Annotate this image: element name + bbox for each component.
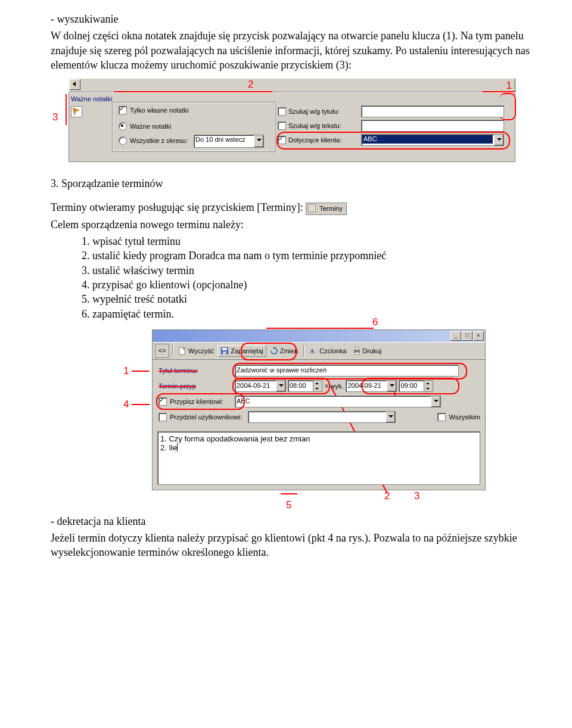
all-notes-label: Wszystkie z okresu: [130,137,188,144]
user-combo[interactable] [248,411,396,423]
by-title-input[interactable] [361,105,504,117]
terminy-button[interactable]: Terminy [306,203,346,215]
svg-text:A: A [310,347,315,354]
time-value: 08:00 [290,382,306,389]
annotation-1: 1 [506,80,512,92]
assign-client-checkbox[interactable] [158,397,167,406]
by-title-checkbox[interactable] [278,107,286,116]
list-item: zapamiętać termin. [92,307,533,321]
chevron-down-icon [254,135,263,147]
date-value: 2004-09-21 [237,382,270,389]
list-item: ustalić właściwy termin [92,263,533,278]
memo-line: 1. Czy forma opodatkowania jest bez zmia… [160,434,310,443]
annotation-6: 6 [372,316,378,328]
period-value: Do 10 dni wstecz [195,136,245,143]
important-notes-radio[interactable]: Ważne notatki [119,122,171,130]
title-input[interactable]: Zadzwonić w sprawie rozliczeń [235,365,459,377]
annotation-line [482,91,515,92]
calendar-icon [308,204,316,212]
radio-icon [119,136,127,145]
line-terminy-2: Celem sporządzenia nowego terminu należy… [51,217,533,232]
date-value: 2004-09-21 [347,382,381,389]
filter-group: Tylko własne notatki Ważne notatki Wszys… [112,102,275,152]
spinner-icon [313,381,322,391]
button-label: Zmień [280,347,299,354]
period-dropdown[interactable]: Do 10 dni wstecz [194,135,264,148]
svg-rect-5 [223,351,226,354]
button-label: Wyczyść [188,347,214,354]
button-label: Terminy [319,205,343,212]
screenshot-terminy-window: 6 1 4 5 2 3 _ □ × <> Wyczyść [152,329,486,490]
minimize-button[interactable]: _ [450,331,461,341]
chevron-down-icon [386,412,395,422]
font-icon: A [309,347,318,355]
new-icon [178,347,186,355]
font-button[interactable]: A Czcionka [307,346,349,356]
text-cursor-icon [177,443,178,452]
scroll-left-button[interactable] [70,79,80,90]
line-terminy-1: Terminy otwieramy posługując się przycis… [51,200,533,214]
print-icon [353,347,361,355]
button-label: Zapamiętaj [231,347,263,354]
refresh-icon [270,347,278,355]
assign-client-label: Przypisz klientowi: [170,398,223,405]
all-users-label: Wszystkim [449,413,480,421]
all-users-checkbox[interactable] [437,413,446,421]
search-icon[interactable] [71,106,82,117]
clear-button[interactable]: Wyczyść [176,346,216,356]
remind-label: Termin przyp [158,382,235,390]
close-button[interactable]: × [473,331,484,341]
maximize-button[interactable]: □ [462,331,472,341]
para-search: W dolnej części okna notatek znajduje si… [51,29,533,72]
annotation-5: 5 [286,499,291,511]
by-text-checkbox[interactable] [278,122,286,130]
annotation-ring-client [276,132,510,150]
own-notes-checkbox[interactable]: Tylko własne notatki [119,106,188,114]
steps-list: wpisać tytuł terminu ustalić kiedy progr… [92,234,533,321]
button-label: Czcionka [319,347,346,354]
section-title: Ważne notatki [71,95,112,102]
assign-user-label: Przydziel użytkownikowi: [170,413,242,421]
svg-rect-9 [355,352,359,354]
chevron-down-icon [431,396,440,407]
toolbar: <> Wyczyść Zapamiętaj Zmień A Czcion [153,342,485,360]
annotation-2: 2 [384,490,390,502]
save-button[interactable]: Zapamiętaj [217,345,266,357]
para-dekretacja: Jeżeli termin dotyczy klienta należy prz… [51,531,533,560]
memo-line: 2. Ile [160,443,177,452]
by-text-input[interactable] [361,120,504,132]
by-text-label: Szukaj w/g tekstu: [288,122,359,129]
own-notes-label: Tylko własne notatki [130,107,188,114]
title-label: Tytuł terminu: [158,367,235,374]
radio-icon [119,122,127,130]
list-item: przypisać go klientowi (opcjonalne) [92,278,533,292]
save-icon [220,347,229,355]
annotation-line [132,404,150,405]
due-date-input[interactable]: 2004-09-21 [346,380,397,392]
button-label: Drukuj [363,347,382,354]
change-button[interactable]: Zmień [268,346,301,356]
print-button[interactable]: Drukuj [350,346,384,356]
nav-prev-next-button[interactable]: <> [155,344,169,358]
annotation-3: 3 [52,111,58,123]
annotation-3: 3 [414,490,419,502]
all-notes-radio[interactable]: Wszystkie z okresu: [119,136,188,145]
annotation-line [266,328,374,329]
heading-terminy: 3. Sporządzanie terminów [51,176,533,191]
due-time-input[interactable]: 09:00 [399,380,433,392]
screenshot-notatki-panel: 2 1 3 Ważne notatki Tylko własne notatki… [69,78,515,162]
scrollbar-strip [69,78,515,92]
spinner-icon [424,381,433,391]
svg-rect-4 [222,348,227,350]
important-notes-label: Ważne notatki [130,123,171,130]
client-combo[interactable]: ABC [235,396,441,407]
annotation-line [114,91,272,92]
assign-user-checkbox[interactable] [158,413,167,421]
remind-date-input[interactable]: 2004-09-21 [235,380,286,392]
annotation-line [66,94,67,125]
memo-textarea[interactable]: 1. Czy forma opodatkowania jest bez zmia… [157,431,480,485]
eq-label: = wyk. [325,382,343,390]
window-titlebar: _ □ × [153,330,485,342]
remind-time-input[interactable]: 08:00 [288,380,322,392]
annotation-line [132,371,150,372]
